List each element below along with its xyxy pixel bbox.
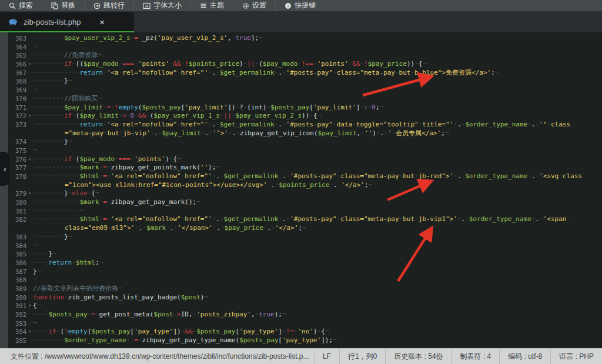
- line-number[interactable]: 364: [8, 43, 33, 52]
- line-number-text[interactable]: 379: [15, 189, 26, 198]
- line-number[interactable]: 388: [8, 276, 33, 285]
- line-number-text[interactable]: 363: [15, 34, 26, 43]
- space-dots: ·: [235, 103, 239, 111]
- fold-arrow-icon[interactable]: ▾: [26, 302, 33, 310]
- line-number-text[interactable]: 372: [15, 112, 26, 121]
- line-number[interactable]: 390: [8, 293, 33, 302]
- line-number[interactable]: 387: [8, 268, 33, 276]
- line-number[interactable]: 371: [8, 103, 33, 112]
- line-number-text[interactable]: 386: [15, 259, 26, 268]
- fold-arrow-icon[interactable]: ▾: [26, 112, 33, 121]
- toolbar-font-size-button[interactable]: A 字体大小: [134, 0, 191, 11]
- tab-zib-posts-list[interactable]: zib-posts-list.php ×: [0, 12, 134, 32]
- status-encoding[interactable]: 编码 : utf-8: [499, 349, 550, 364]
- line-number[interactable]: 389: [8, 285, 33, 293]
- search-icon: [9, 2, 16, 9]
- line-number[interactable]: 366▾: [8, 60, 33, 69]
- space-dots: ·: [108, 224, 112, 232]
- toolbar-theme-button[interactable]: 主题: [191, 0, 233, 11]
- line-number-text[interactable]: 390: [15, 293, 26, 302]
- fold-arrow-icon[interactable]: ▾: [26, 60, 33, 69]
- line-number-text[interactable]: 366: [15, 60, 26, 69]
- line-number[interactable]: 368: [8, 77, 33, 86]
- fold-arrow-icon[interactable]: ▾: [26, 328, 33, 336]
- line-number[interactable]: 374: [8, 138, 33, 146]
- line-number-text[interactable]: 391: [15, 302, 26, 310]
- line-number[interactable]: 381: [8, 207, 33, 216]
- line-number-text[interactable]: 395: [15, 336, 26, 345]
- toolbar-goto-line-button[interactable]: 跳转行: [85, 0, 134, 11]
- line-number[interactable]: 372▾: [8, 112, 33, 121]
- line-number[interactable]: 383: [8, 233, 33, 242]
- shortcut-keys-icon: ?: [285, 2, 292, 9]
- line-number-text[interactable]: 374: [15, 138, 26, 146]
- line-number[interactable]: 378: [8, 172, 33, 181]
- line-number-text[interactable]: 388: [15, 276, 26, 285]
- line-number[interactable]: 394▾: [8, 328, 33, 336]
- fold-arrow-icon[interactable]: ▾: [26, 189, 33, 198]
- line-number[interactable]: 382: [8, 215, 33, 224]
- line-number[interactable]: 385: [8, 250, 33, 259]
- status-cursor-position[interactable]: 行1，列0: [339, 349, 385, 364]
- line-number-text[interactable]: 381: [15, 207, 26, 216]
- line-number[interactable]: 386: [8, 259, 33, 268]
- line-number[interactable]: 365: [8, 51, 33, 60]
- space-dots: ·: [72, 259, 76, 266]
- code-token: $posts_pay: [196, 328, 235, 335]
- line-number-text[interactable]: 387: [15, 268, 26, 276]
- line-number[interactable]: 369: [8, 86, 33, 95]
- status-history-versions[interactable]: 历史版本 : 54份: [385, 349, 451, 364]
- toolbar-replace-button[interactable]: 替换: [42, 0, 85, 11]
- tab-close-icon[interactable]: ×: [99, 18, 105, 26]
- status-line-ending[interactable]: LF: [314, 349, 339, 364]
- line-number-text[interactable]: 394: [15, 328, 26, 336]
- status-language[interactable]: 语言 : PHP: [550, 349, 602, 364]
- line-number-text[interactable]: 389: [15, 285, 26, 293]
- line-number-text[interactable]: 377: [15, 163, 26, 172]
- toolbar-settings-button[interactable]: 设置: [233, 0, 276, 11]
- line-number[interactable]: 395: [8, 336, 33, 345]
- line-number-text[interactable]: 373: [15, 121, 26, 129]
- line-number[interactable]: 393: [8, 319, 33, 328]
- line-number-text[interactable]: 376: [15, 155, 26, 164]
- line-number-text[interactable]: 383: [15, 233, 26, 242]
- line-number[interactable]: 392: [8, 310, 33, 319]
- line-number[interactable]: 367: [8, 69, 33, 78]
- line-number-text[interactable]: 370: [15, 95, 26, 103]
- line-number[interactable]: 391▾: [8, 302, 33, 310]
- line-number-text[interactable]: 378: [15, 172, 26, 181]
- line-number-text[interactable]: 382: [15, 215, 26, 224]
- line-number[interactable]: 370: [8, 95, 33, 103]
- line-number-text[interactable]: 380: [15, 198, 26, 207]
- code-token: ·.·: [457, 215, 469, 223]
- code-token: ])·?·(int)·: [228, 103, 270, 111]
- line-number-text[interactable]: 384: [15, 242, 26, 251]
- space-dots: ·: [201, 129, 205, 137]
- line-number-text[interactable]: 368: [15, 77, 26, 86]
- line-number-text[interactable]: 369: [15, 86, 26, 95]
- fold-arrow-icon[interactable]: ▾: [26, 155, 33, 164]
- line-number-text[interactable]: 371: [15, 103, 26, 112]
- toolbar-search-button[interactable]: 搜索: [0, 0, 42, 11]
- line-number[interactable]: 377: [8, 163, 33, 172]
- line-number-text[interactable]: 392: [15, 310, 26, 319]
- line-number[interactable]: 384: [8, 242, 33, 251]
- status-tab-size[interactable]: 制表符 : 4: [452, 349, 500, 364]
- line-number[interactable]: 363: [8, 34, 33, 43]
- line-number[interactable]: 376▾: [8, 155, 33, 164]
- line-number-text[interactable]: 393: [15, 319, 26, 328]
- line-number-text[interactable]: 364: [15, 43, 26, 52]
- line-number-text[interactable]: 375: [15, 146, 26, 155]
- indent-dots: ············: [33, 69, 79, 76]
- line-number[interactable]: 380: [8, 198, 33, 207]
- line-number-text[interactable]: 365: [15, 51, 26, 60]
- eol-marker: ¬: [52, 250, 56, 258]
- line-number-text[interactable]: 385: [15, 250, 26, 259]
- sidebar-toggle-handle[interactable]: ‹: [0, 152, 10, 186]
- toolbar-shortcuts-button[interactable]: ? 快捷键: [276, 0, 325, 11]
- editor-toolbar: 搜索 替换 跳转行 A 字体大小 主题 设置 ? 快捷键: [0, 0, 602, 11]
- line-number[interactable]: 373: [8, 121, 33, 129]
- line-number[interactable]: 379▾: [8, 189, 33, 198]
- line-number[interactable]: 375: [8, 146, 33, 155]
- line-number-text[interactable]: 367: [15, 69, 26, 78]
